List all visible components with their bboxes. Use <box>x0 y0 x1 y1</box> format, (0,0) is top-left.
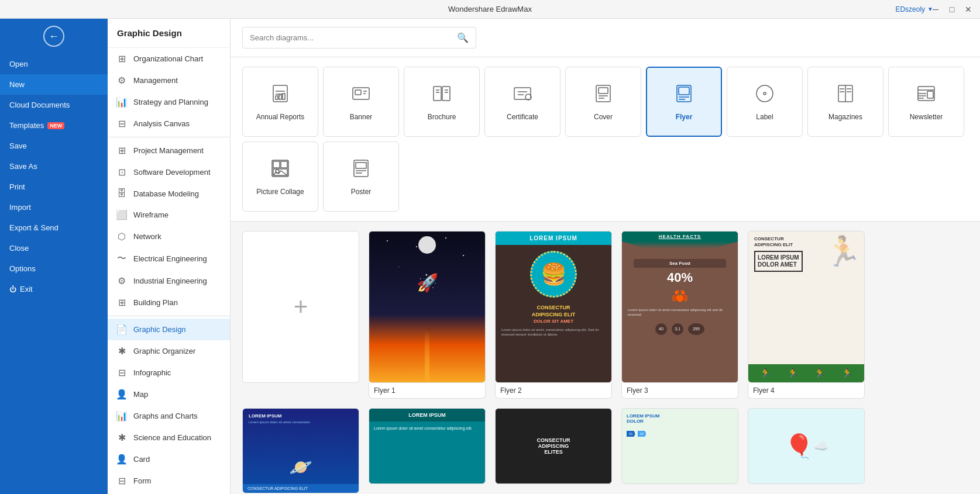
sidebar-label-form: Form <box>133 476 151 485</box>
category-banner[interactable]: Banner <box>323 67 399 137</box>
template-card-flyer8[interactable]: LOREM IPSUMDOLOR 01 02 <box>621 408 738 493</box>
search-bar: 🔍 <box>242 27 476 49</box>
sidebar-item-print[interactable]: Print <box>0 177 108 197</box>
sidebar-item-export[interactable]: Export & Send <box>0 217 108 238</box>
template-card-flyer9[interactable]: 🎈 ☁️ <box>748 408 865 493</box>
sidebar-label-card: Card <box>133 455 150 464</box>
title-bar: Wondershare EdrawMax EDszeoly ▼ ─ □ ✕ <box>0 0 980 19</box>
form-icon: ⊟ <box>116 475 128 486</box>
svg-point-28 <box>757 85 773 102</box>
category-brochure[interactable]: Brochure <box>404 67 480 137</box>
category-flyer[interactable]: Flyer <box>646 67 722 137</box>
newsletter-label: Newsletter <box>910 113 943 121</box>
certificate-icon <box>512 83 533 108</box>
template-card-flyer4[interactable]: CONSECTURADIPISCING ELIT LOREM IPSUMDOLO… <box>748 231 865 399</box>
sidebar-item-card[interactable]: 👤 Card <box>108 448 230 470</box>
sidebar-item-strategy[interactable]: 📊 Strategy and Planning <box>108 91 230 113</box>
mid-sidebar-header: Graphic Design <box>108 19 230 48</box>
flyer1-label: Flyer 1 <box>369 383 486 399</box>
template-card-new[interactable]: + <box>242 231 359 399</box>
sidebar-label-electrical: Electrical Engineering <box>133 254 207 263</box>
sidebar-item-software[interactable]: ⊡ Software Development <box>108 161 230 183</box>
project-icon: ⊞ <box>116 145 128 156</box>
sidebar-label-cloud: Cloud Documents <box>9 101 70 109</box>
sidebar-item-graphs[interactable]: 📊 Graphs and Charts <box>108 405 230 427</box>
map-icon: 👤 <box>116 389 128 400</box>
back-circle-icon: ← <box>43 26 64 47</box>
sidebar-item-management[interactable]: ⚙ Management <box>108 70 230 91</box>
flyer3-label: Flyer 3 <box>621 383 738 399</box>
sidebar-item-open[interactable]: Open <box>0 54 108 74</box>
sidebar-item-building[interactable]: ⊞ Building Plan <box>108 292 230 313</box>
infographic-icon: ⊟ <box>116 367 128 378</box>
sidebar-item-options[interactable]: Options <box>0 258 108 279</box>
svg-rect-5 <box>283 94 285 99</box>
sidebar-item-templates[interactable]: Templates NEW <box>0 115 108 136</box>
minimize-button[interactable]: ─ <box>930 5 941 14</box>
category-poster[interactable]: Poster <box>323 141 399 212</box>
sidebar-label-analysis: Analysis Canvas <box>133 119 190 128</box>
main-content: 🔍 <box>231 19 980 494</box>
building-icon: ⊞ <box>116 297 128 308</box>
network-icon: ⬡ <box>116 231 128 242</box>
template-card-flyer5[interactable]: 🪐 LOREM IPSUM Lorem ipsum dolor sit amet… <box>242 408 359 493</box>
sidebar-item-graphic-design[interactable]: 📄 Graphic Design <box>108 319 230 340</box>
sidebar-item-network[interactable]: ⬡ Network <box>108 226 230 247</box>
template-card-flyer2[interactable]: LOREM IPSUM 🍔 CONSECTUR ADIPISCING ELIT … <box>495 231 612 399</box>
sidebar-item-analysis[interactable]: ⊟ Analysis Canvas <box>108 113 230 134</box>
sidebar-label-industrial: Industrial Engineering <box>133 277 207 285</box>
category-magazines[interactable]: Magazines <box>807 67 883 137</box>
category-newsletter[interactable]: Newsletter <box>888 67 964 137</box>
picture-collage-label: Picture Collage <box>256 188 304 196</box>
sidebar-item-map[interactable]: 👤 Map <box>108 384 230 405</box>
wireframe-icon: ⬜ <box>116 209 128 220</box>
sidebar-label-org-chart: Organizational Chart <box>133 54 203 63</box>
graphic-organizer-icon: ✱ <box>116 346 128 357</box>
back-button[interactable]: ← <box>0 19 108 54</box>
search-button[interactable]: 🔍 <box>450 27 476 48</box>
sidebar-item-org-chart[interactable]: ⊞ Organizational Chart <box>108 48 230 70</box>
category-annual-reports[interactable]: Annual Reports <box>242 67 318 137</box>
poster-icon <box>350 158 372 183</box>
sidebar-item-graphic-organizer[interactable]: ✱ Graphic Organizer <box>108 340 230 362</box>
svg-rect-43 <box>273 161 280 168</box>
templates-badge: NEW <box>47 122 64 129</box>
sidebar-item-new[interactable]: New <box>0 74 108 95</box>
sidebar-item-database[interactable]: 🗄 Database Modeling <box>108 183 230 204</box>
category-cover[interactable]: Cover <box>565 67 641 137</box>
sidebar-label-open: Open <box>9 60 28 68</box>
user-area[interactable]: EDszeoly ▼ <box>895 5 933 13</box>
sidebar-item-industrial[interactable]: ⚙ Industrial Engineering <box>108 270 230 292</box>
sidebar-item-wireframe[interactable]: ⬜ Wireframe <box>108 204 230 226</box>
sidebar-label-save-as: Save As <box>9 162 37 171</box>
search-input[interactable] <box>243 29 450 47</box>
category-picture-collage[interactable]: Picture Collage <box>242 141 318 212</box>
flyer2-label: Flyer 2 <box>495 383 612 399</box>
banner-icon <box>350 83 372 108</box>
sidebar-item-exit[interactable]: ⏻ Exit <box>0 279 108 299</box>
template-card-flyer7[interactable]: CONSECTURADIPISCINGELITES <box>495 408 612 493</box>
category-label[interactable]: Label <box>727 67 803 137</box>
sidebar-item-science[interactable]: ✱ Science and Education <box>108 427 230 448</box>
flyer-icon <box>673 83 694 108</box>
category-certificate[interactable]: Certificate <box>484 67 561 137</box>
maximize-button[interactable]: □ <box>946 5 958 14</box>
app-title: Wondershare EdrawMax <box>448 5 532 13</box>
sidebar-item-save[interactable]: Save <box>0 136 108 156</box>
close-button[interactable]: ✕ <box>962 5 974 14</box>
analysis-icon: ⊟ <box>116 118 128 129</box>
template-card-flyer3[interactable]: HEALTH FACTS Sea Food 40% 🦀 Lorem ipsum … <box>621 231 738 399</box>
sidebar-item-electrical[interactable]: 〜 Electrical Engineering <box>108 247 230 270</box>
graphs-icon: 📊 <box>116 410 128 422</box>
template-card-flyer6[interactable]: LOREM IPSUM Lorem ipsum dolor sit amet c… <box>369 408 486 493</box>
sidebar-label-export: Export & Send <box>9 223 59 232</box>
magazines-icon <box>835 83 856 108</box>
sidebar-item-project[interactable]: ⊞ Project Management <box>108 140 230 161</box>
sidebar-item-close[interactable]: Close <box>0 238 108 258</box>
template-card-flyer1[interactable]: 🚀 Flyer 1 <box>369 231 486 399</box>
sidebar-item-import[interactable]: Import <box>0 197 108 217</box>
sidebar-item-form[interactable]: ⊟ Form <box>108 470 230 492</box>
sidebar-item-cloud[interactable]: Cloud Documents <box>0 95 108 115</box>
sidebar-item-save-as[interactable]: Save As <box>0 156 108 177</box>
sidebar-item-infographic[interactable]: ⊟ Infographic <box>108 362 230 384</box>
